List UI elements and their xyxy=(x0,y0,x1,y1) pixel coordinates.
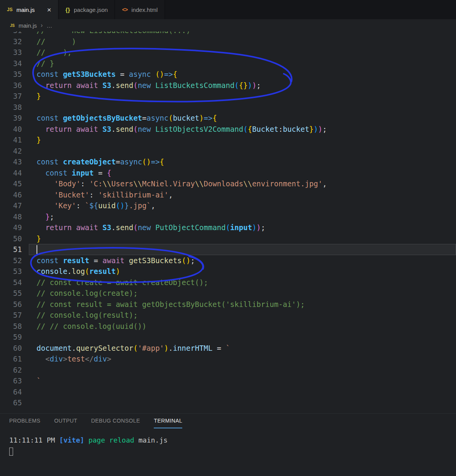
line-number[interactable]: 53 xyxy=(0,266,29,277)
code-line[interactable]: 34// } xyxy=(0,58,456,69)
code-line[interactable]: 63` xyxy=(0,375,456,386)
line-number[interactable]: 36 xyxy=(0,80,29,91)
code-line[interactable]: 48 }; xyxy=(0,211,456,222)
line-number[interactable]: 51 xyxy=(0,244,29,255)
line-number[interactable]: 55 xyxy=(0,288,29,299)
line-number[interactable]: 52 xyxy=(0,255,29,266)
code-line[interactable]: 32// ) xyxy=(0,36,456,47)
code-line[interactable]: 51 xyxy=(0,244,456,255)
tab-label-main-js: main.js xyxy=(17,7,35,13)
code-line[interactable]: 60document.querySelector('#app').innerHT… xyxy=(0,343,456,354)
code-line-text: // new ListBucketsCommand(...) xyxy=(29,32,456,36)
code-line-text: // console.log(result); xyxy=(29,310,456,321)
line-number[interactable]: 44 xyxy=(0,168,29,179)
code-line[interactable]: 61 <div>test</div> xyxy=(0,353,456,365)
panel-tab-problems[interactable]: PROBLEMS xyxy=(9,414,40,428)
code-line[interactable]: 33// ); xyxy=(0,47,456,58)
chevron-right-icon: › xyxy=(41,22,43,29)
line-number[interactable]: 39 xyxy=(0,113,29,124)
code-line-text: } xyxy=(29,91,456,102)
line-number[interactable]: 54 xyxy=(0,277,29,288)
line-number[interactable]: 45 xyxy=(0,178,29,189)
line-number[interactable]: 63 xyxy=(0,375,29,386)
panel-tab-output[interactable]: OUTPUT xyxy=(54,414,77,428)
code-editor[interactable]: 31// new ListBucketsCommand(...)32// )33… xyxy=(0,32,456,413)
line-number[interactable]: 65 xyxy=(0,397,29,408)
line-number[interactable]: 32 xyxy=(0,36,29,47)
panel-tab-debug-console[interactable]: DEBUG CONSOLE xyxy=(91,414,140,428)
line-number[interactable]: 60 xyxy=(0,343,29,354)
code-line-text: // const result = await getObjectsByBuck… xyxy=(29,299,456,310)
code-line[interactable]: 38 xyxy=(0,102,456,113)
line-number[interactable]: 48 xyxy=(0,211,29,222)
line-number[interactable]: 38 xyxy=(0,102,29,113)
code-line-text: // // console.log(uuid()) xyxy=(29,321,456,332)
code-line-text xyxy=(29,332,456,343)
code-line[interactable]: 52const result = await getS3Buckets(); xyxy=(0,255,456,266)
code-line[interactable]: 45 'Body': 'C:\\Users\\McNiel.Viray\\Dow… xyxy=(0,178,456,189)
code-line[interactable]: 59 xyxy=(0,332,456,343)
line-number[interactable]: 49 xyxy=(0,222,29,233)
code-line[interactable]: 55// console.log(create); xyxy=(0,288,456,299)
code-line-text: const getObjectsByBucket=async(bucket)=>… xyxy=(29,113,456,124)
code-line-text: const getS3Buckets = async ()=>{ xyxy=(29,69,456,80)
editor-cursor xyxy=(37,245,37,254)
line-number[interactable]: 42 xyxy=(0,146,29,157)
panel-tab-terminal[interactable]: TERMINAL xyxy=(154,414,182,428)
code-line[interactable]: 31// new ListBucketsCommand(...) xyxy=(0,32,456,36)
code-line[interactable]: 62 xyxy=(0,365,456,376)
line-number[interactable]: 50 xyxy=(0,233,29,244)
code-line[interactable]: 57// console.log(result); xyxy=(0,310,456,321)
code-line[interactable]: 37} xyxy=(0,91,456,102)
code-line[interactable]: 64 xyxy=(0,386,456,398)
code-line-text: // } xyxy=(29,58,456,69)
code-line[interactable]: 49 return await S3.send(new PutObjectCom… xyxy=(0,222,456,233)
line-number[interactable]: 35 xyxy=(0,69,29,80)
code-line[interactable]: 43const createObject=async()=>{ xyxy=(0,156,456,168)
code-line[interactable]: 44 const input = { xyxy=(0,168,456,179)
tab-package-json[interactable]: {} package.json xyxy=(58,0,115,19)
breadcrumb-more[interactable]: … xyxy=(47,22,52,29)
code-line-text: 'Bucket': 'skillibrium-ai', xyxy=(29,189,456,201)
code-line[interactable]: 54// const create = await createObject()… xyxy=(0,277,456,288)
code-line[interactable]: 39const getObjectsByBucket=async(bucket)… xyxy=(0,113,456,124)
code-line[interactable]: 40 return await S3.send(new ListObjectsV… xyxy=(0,124,456,135)
line-number[interactable]: 43 xyxy=(0,156,29,168)
code-line[interactable]: 35const getS3Buckets = async ()=>{ xyxy=(0,69,456,80)
line-number[interactable]: 37 xyxy=(0,91,29,102)
code-line[interactable]: 46 'Bucket': 'skillibrium-ai', xyxy=(0,189,456,201)
code-line-text: console.log(result) xyxy=(29,266,456,277)
tab-index-html[interactable]: <> index.html xyxy=(115,0,165,19)
line-number[interactable]: 47 xyxy=(0,200,29,211)
line-number[interactable]: 40 xyxy=(0,124,29,135)
code-line[interactable]: 42 xyxy=(0,146,456,157)
code-line[interactable]: 47 'Key': `${uuid()}.jpg`, xyxy=(0,200,456,211)
code-line-text: 'Key': `${uuid()}.jpg`, xyxy=(29,200,456,211)
line-number[interactable]: 57 xyxy=(0,310,29,321)
line-number[interactable]: 41 xyxy=(0,134,29,146)
panel-tab-bar: PROBLEMS OUTPUT DEBUG CONSOLE TERMINAL xyxy=(0,414,456,428)
line-number[interactable]: 58 xyxy=(0,321,29,332)
tab-main-js[interactable]: JS main.js × xyxy=(0,0,58,19)
code-line[interactable]: 56// const result = await getObjectsByBu… xyxy=(0,299,456,310)
line-number[interactable]: 34 xyxy=(0,58,29,69)
code-line[interactable]: 53console.log(result) xyxy=(0,266,456,277)
line-number[interactable]: 46 xyxy=(0,189,29,201)
line-number[interactable]: 64 xyxy=(0,386,29,398)
terminal[interactable]: 11:11:11 PM [vite] page reload main.js xyxy=(0,428,456,456)
code-line[interactable]: 36 return await S3.send(new ListBucketsC… xyxy=(0,80,456,91)
line-number[interactable]: 33 xyxy=(0,47,29,58)
close-icon[interactable]: × xyxy=(47,6,51,13)
code-line[interactable]: 65 xyxy=(0,397,456,408)
code-line[interactable]: 50} xyxy=(0,233,456,244)
line-number[interactable]: 61 xyxy=(0,353,29,365)
line-number[interactable]: 56 xyxy=(0,299,29,310)
code-line-text xyxy=(29,102,456,113)
line-number[interactable]: 62 xyxy=(0,365,29,376)
line-number[interactable]: 31 xyxy=(0,32,29,36)
code-line[interactable]: 58// // console.log(uuid()) xyxy=(0,321,456,332)
line-number[interactable]: 59 xyxy=(0,332,29,343)
code-line-text: } xyxy=(29,233,456,244)
code-line[interactable]: 41} xyxy=(0,134,456,146)
breadcrumb-file[interactable]: main.js xyxy=(18,22,37,29)
